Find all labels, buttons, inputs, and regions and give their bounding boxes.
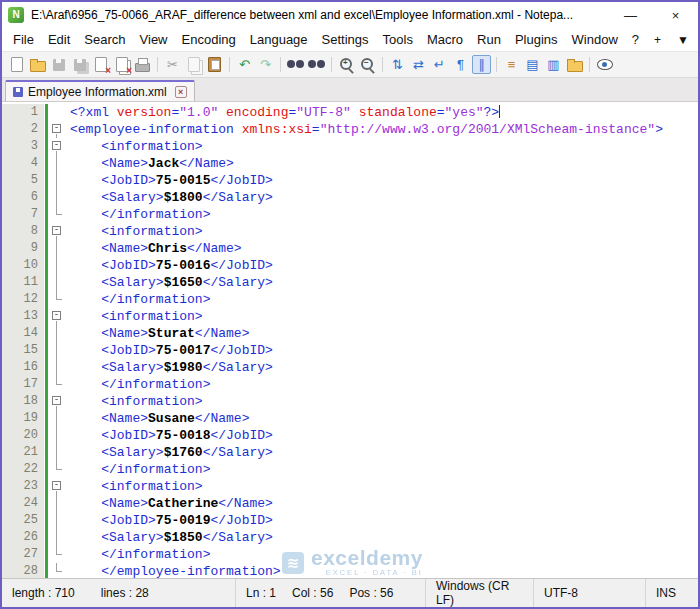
code-line[interactable]: 1<?xml version="1.0" encoding="UTF-8" st… [2,104,698,121]
function-list-icon[interactable]: ≡ [502,55,521,74]
code-line[interactable]: 11 <Salary>$1650</Salary> [2,274,698,291]
cut-icon[interactable]: ✂ [163,55,182,74]
fold-collapse-icon[interactable]: - [52,311,61,320]
code-line[interactable]: 18- <information> [2,393,698,410]
status-lines: lines : 28 [101,586,149,600]
sync-vertical-scroll-icon[interactable]: ⇅ [388,55,407,74]
status-encoding[interactable]: UTF-8 [534,579,646,607]
tab-employee-information-xml[interactable]: Employee Information.xml × [5,80,195,101]
code-line[interactable]: 7 </information> [2,206,698,223]
fold-margin [50,257,66,274]
line-number: 27 [2,546,44,563]
code-line[interactable]: 9 <Name>Chris</Name> [2,240,698,257]
code-line[interactable]: 20 <JobID>75-0018</JobID> [2,427,698,444]
code-line[interactable]: 26 <Salary>$1850</Salary> [2,529,698,546]
fold-margin[interactable]: - [50,138,66,155]
menu-run[interactable]: Run [470,30,508,49]
close-button[interactable]: × [653,2,698,28]
zoom-out-icon[interactable]: − [358,55,377,74]
code-line[interactable]: 23- <information> [2,478,698,495]
show-all-characters-icon[interactable]: ¶ [451,55,470,74]
menu-macro[interactable]: Macro [420,30,470,49]
line-number: 4 [2,155,44,172]
code-line[interactable]: 8- <information> [2,223,698,240]
tab-list-dropdown-icon[interactable]: ▼ [669,33,697,47]
copy-icon[interactable] [184,55,203,74]
save-icon[interactable] [49,55,68,74]
menu-view[interactable]: View [133,30,175,49]
tab-close-icon[interactable]: × [175,86,187,98]
menu-language[interactable]: Language [243,30,315,49]
close-icon[interactable] [91,55,110,74]
fold-margin [50,410,66,427]
code-line[interactable]: 21 <Salary>$1760</Salary> [2,444,698,461]
code-line[interactable]: 10 <JobID>75-0016</JobID> [2,257,698,274]
fold-margin[interactable]: - [50,393,66,410]
code-line[interactable]: 17 </information> [2,376,698,393]
paste-icon[interactable] [205,55,224,74]
show-indent-guide-icon[interactable]: ∥ [472,55,491,74]
menu-file[interactable]: File [6,30,41,49]
menu-settings[interactable]: Settings [315,30,376,49]
status-eol-format[interactable]: Windows (CR LF) [426,579,534,607]
fold-collapse-icon[interactable]: - [52,124,61,133]
new-file-icon[interactable] [7,55,26,74]
menu-window[interactable]: Window [565,30,625,49]
code-line[interactable]: 6 <Salary>$1800</Salary> [2,189,698,206]
status-insert-mode[interactable]: INS [646,579,698,607]
fold-margin [50,291,66,308]
minimize-button[interactable]: — [608,2,653,28]
menu-tools[interactable]: Tools [376,30,420,49]
code-line[interactable]: 19 <Name>Susane</Name> [2,410,698,427]
menu-search[interactable]: Search [77,30,132,49]
code-line[interactable]: 27 </information> [2,546,698,563]
document-map-icon[interactable]: ▤ [523,55,542,74]
code-line[interactable]: 24 <Name>Catherine</Name> [2,495,698,512]
toolbar-separator [157,57,158,72]
close-all-icon[interactable] [112,55,131,74]
fold-collapse-icon[interactable]: - [52,226,61,235]
fold-margin[interactable]: - [50,223,66,240]
monitoring-icon[interactable] [595,55,614,74]
sync-horizontal-scroll-icon[interactable]: ⇄ [409,55,428,74]
code-line[interactable]: 16 <Salary>$1980</Salary> [2,359,698,376]
line-number: 16 [2,359,44,376]
print-icon[interactable] [133,55,152,74]
code-line[interactable]: 5 <JobID>75-0015</JobID> [2,172,698,189]
fold-collapse-icon[interactable]: - [52,141,61,150]
menu-encoding[interactable]: Encoding [175,30,243,49]
code-line[interactable]: 25 <JobID>75-0019</JobID> [2,512,698,529]
code-line[interactable]: 22 </information> [2,461,698,478]
fold-collapse-icon[interactable]: - [52,481,61,490]
menu-plugins[interactable]: Plugins [508,30,565,49]
redo-icon[interactable]: ↷ [256,55,275,74]
fold-margin[interactable]: - [50,121,66,138]
fold-margin[interactable]: - [50,308,66,325]
code-line[interactable]: 13- <information> [2,308,698,325]
line-number: 18 [2,393,44,410]
folder-as-workspace-icon[interactable] [565,55,584,74]
replace-icon[interactable] [307,55,326,74]
menu-help[interactable]: ? [625,30,646,49]
zoom-in-icon[interactable]: + [337,55,356,74]
code-line[interactable]: 15 <JobID>75-0017</JobID> [2,342,698,359]
code-line[interactable]: 12 </information> [2,291,698,308]
code-line[interactable]: 2-<employee-information xmlns:xsi="http:… [2,121,698,138]
code-line[interactable]: 3- <information> [2,138,698,155]
fold-collapse-icon[interactable]: - [52,396,61,405]
save-all-icon[interactable] [70,55,89,74]
tab-new-button[interactable]: + [646,33,669,47]
code-line[interactable]: 14 <Name>Sturat</Name> [2,325,698,342]
undo-icon[interactable]: ↶ [235,55,254,74]
menu-edit[interactable]: Edit [41,30,77,49]
open-file-icon[interactable] [28,55,47,74]
document-list-icon[interactable]: ▥ [544,55,563,74]
fold-margin[interactable]: - [50,478,66,495]
word-wrap-icon[interactable]: ↵ [430,55,449,74]
editor[interactable]: 1<?xml version="1.0" encoding="UTF-8" st… [2,102,698,578]
code-line[interactable]: 28 </employee-information> [2,563,698,578]
code-line[interactable]: 4 <Name>Jack</Name> [2,155,698,172]
find-icon[interactable] [286,55,305,74]
menu-items: FileEditSearchViewEncodingLanguageSettin… [6,30,646,49]
code-text: <information> [66,138,698,155]
